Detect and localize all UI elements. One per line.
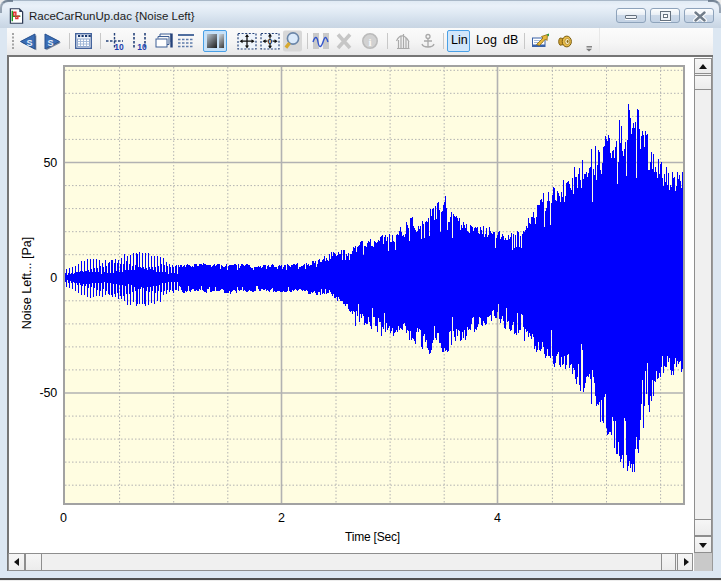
svg-text:S: S [26,38,32,48]
svg-text:10: 10 [114,42,124,52]
svg-text:i: i [368,36,371,48]
svg-text:0: 0 [268,37,273,46]
svg-text:10: 10 [137,42,147,52]
svg-text:S: S [47,38,53,48]
